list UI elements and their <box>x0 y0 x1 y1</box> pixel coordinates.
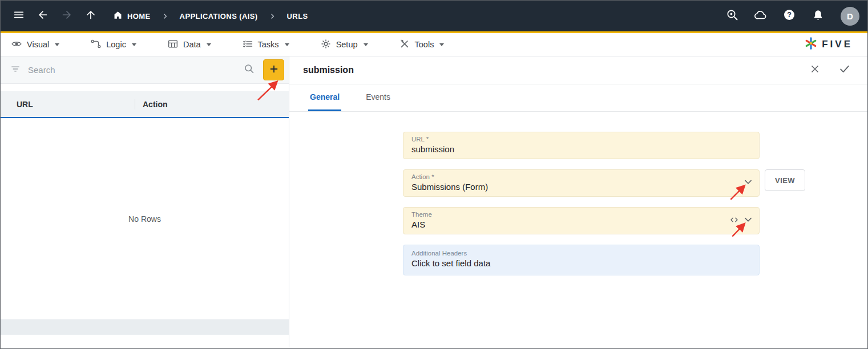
detail-header-actions <box>805 60 855 80</box>
detail-tabs: General Events <box>289 84 867 112</box>
detail-form: URL * submission Action * Submissions (F… <box>289 112 867 347</box>
field-action-label: Action * <box>411 173 751 180</box>
back-button[interactable] <box>33 6 53 26</box>
app-window: HOME APPLICATIONS (AIS) URLS <box>0 0 868 349</box>
bell-icon <box>812 9 825 24</box>
menu-logic-label: Logic <box>106 40 126 49</box>
eye-icon <box>11 38 22 51</box>
help-button[interactable]: ? <box>779 6 800 26</box>
menu-tasks[interactable]: Tasks <box>242 38 289 51</box>
column-header-action[interactable]: Action <box>135 100 168 109</box>
menubar: Visual Logic Data Tasks <box>1 33 867 56</box>
workspace: URL Action No Rows submission <box>1 56 867 347</box>
arrow-left-icon <box>37 9 49 23</box>
help-icon: ? <box>782 8 796 24</box>
cancel-button[interactable] <box>805 60 825 80</box>
action-field-row: Action * Submissions (Form) VIEW <box>403 169 867 207</box>
record-title: submission <box>303 65 354 75</box>
list-footer <box>1 319 289 335</box>
breadcrumb-home[interactable]: HOME <box>110 10 153 22</box>
hamburger-icon <box>13 9 25 23</box>
menu-tools[interactable]: Tools <box>399 38 445 51</box>
breadcrumb-applications-label: APPLICATIONS (AIS) <box>180 12 258 21</box>
empty-state-text: No Rows <box>128 214 161 224</box>
caret-down-icon <box>55 43 59 46</box>
menu-visual[interactable]: Visual <box>11 38 59 51</box>
tab-events[interactable]: Events <box>364 84 392 111</box>
search-input[interactable] <box>28 65 243 75</box>
chevron-right-icon <box>268 12 277 21</box>
list-bottom-strip <box>1 335 289 347</box>
field-additional-headers[interactable]: Additional Headers Click to set field da… <box>403 245 760 275</box>
menu-setup[interactable]: Setup <box>320 38 368 51</box>
topbar: HOME APPLICATIONS (AIS) URLS <box>1 1 867 33</box>
close-icon <box>809 63 821 77</box>
five-logo-icon <box>804 36 818 53</box>
topbar-actions: ? D <box>722 6 859 26</box>
plus-icon <box>268 63 280 76</box>
five-brand: FIVE <box>804 36 857 53</box>
menu-setup-label: Setup <box>336 40 358 49</box>
menu-data-label: Data <box>183 40 201 49</box>
table-icon <box>167 38 179 51</box>
field-url-value: submission <box>411 144 751 154</box>
five-brand-label: FIVE <box>822 39 853 50</box>
field-additional-headers-label: Additional Headers <box>411 250 751 257</box>
url-detail-panel: submission General Events <box>289 56 867 347</box>
code-icon[interactable] <box>729 214 740 228</box>
checklist-icon <box>242 38 253 51</box>
arrow-up-icon <box>84 9 97 23</box>
tab-general[interactable]: General <box>308 84 341 111</box>
notifications-button[interactable] <box>808 6 828 26</box>
breadcrumb-home-label: HOME <box>127 12 151 21</box>
check-icon <box>838 63 851 78</box>
field-action-value: Submissions (Form) <box>411 182 751 192</box>
preview-button[interactable] <box>722 6 742 26</box>
caret-down-icon <box>132 43 136 46</box>
breadcrumb-applications[interactable]: APPLICATIONS (AIS) <box>177 12 260 21</box>
svg-text:?: ? <box>787 11 792 19</box>
menu-tasks-label: Tasks <box>258 40 279 49</box>
menu-tools-label: Tools <box>415 40 434 49</box>
field-theme[interactable]: Theme AIS <box>403 207 760 234</box>
up-level-button[interactable] <box>80 6 101 26</box>
preview-magnifier-icon <box>725 8 739 24</box>
breadcrumb-urls-label: URLS <box>287 12 308 21</box>
breadcrumb: HOME APPLICATIONS (AIS) URLS <box>110 10 310 22</box>
menu-logic[interactable]: Logic <box>90 38 136 51</box>
hamburger-menu-button[interactable] <box>9 6 29 26</box>
breadcrumb-urls[interactable]: URLS <box>285 12 310 21</box>
gear-icon <box>320 38 332 51</box>
caret-down-icon <box>439 43 444 46</box>
home-icon <box>112 10 123 22</box>
deploy-button[interactable] <box>750 6 771 26</box>
search-icon[interactable] <box>243 63 255 77</box>
field-url[interactable]: URL * submission <box>403 132 760 159</box>
detail-header: submission <box>289 56 867 84</box>
field-url-label: URL * <box>411 136 751 143</box>
cloud-icon <box>754 8 768 24</box>
chevron-down-icon[interactable] <box>742 213 754 228</box>
forward-button[interactable] <box>56 6 77 26</box>
field-additional-headers-value: Click to set field data <box>411 258 751 268</box>
logic-flow-icon <box>90 38 102 51</box>
add-url-button[interactable] <box>263 59 284 80</box>
user-avatar[interactable]: D <box>841 7 859 26</box>
search-bar <box>1 56 289 84</box>
field-theme-label: Theme <box>411 211 751 218</box>
chevron-right-icon <box>161 12 169 21</box>
list-body: No Rows <box>1 118 289 319</box>
field-action[interactable]: Action * Submissions (Form) <box>403 169 760 197</box>
menu-data[interactable]: Data <box>167 38 211 51</box>
column-header-url[interactable]: URL <box>1 100 135 109</box>
caret-down-icon <box>364 43 368 46</box>
filter-icon[interactable] <box>10 63 21 77</box>
save-button[interactable] <box>834 60 855 80</box>
view-button[interactable]: VIEW <box>765 169 805 191</box>
caret-down-icon <box>285 43 289 46</box>
list-column-headers: URL Action <box>1 91 289 118</box>
field-theme-value: AIS <box>411 220 751 229</box>
urls-list-panel: URL Action No Rows <box>1 56 289 347</box>
chevron-down-icon[interactable] <box>742 176 754 190</box>
wrench-icon <box>399 38 410 51</box>
